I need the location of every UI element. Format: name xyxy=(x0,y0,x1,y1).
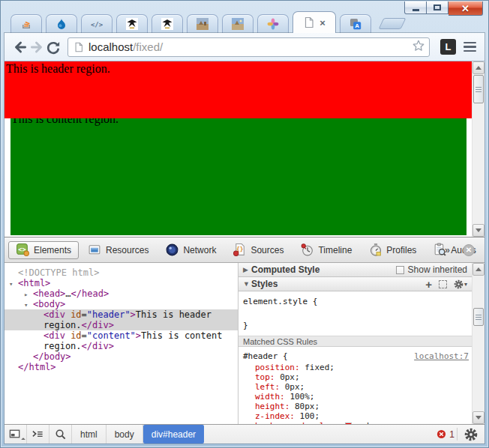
dom-node[interactable]: region.</div> xyxy=(4,341,238,351)
css-property-value: 80px; xyxy=(295,402,320,411)
dom-node[interactable]: ▸<head>…</head> xyxy=(4,288,238,299)
browser-tab[interactable] xyxy=(10,14,42,33)
scroll-up-button[interactable] xyxy=(472,61,484,74)
dom-node[interactable]: ▾<body> xyxy=(4,299,238,309)
browser-tab[interactable]: A xyxy=(340,14,371,33)
css-property[interactable]: width: 100%; xyxy=(243,392,469,402)
browser-tab[interactable] xyxy=(257,14,289,33)
overflow-chevron-button[interactable]: » xyxy=(445,244,450,255)
page-scrollbar[interactable] xyxy=(472,61,484,237)
error-count: 1 xyxy=(449,429,454,440)
bookmark-star-button[interactable] xyxy=(412,39,425,55)
devtools-tab-label: Sources xyxy=(250,245,284,255)
close-button[interactable]: ✕ xyxy=(448,1,483,16)
address-bar[interactable]: localhost/fixed/ xyxy=(68,37,430,57)
styles-header[interactable]: ▼ Styles + ▾ xyxy=(238,277,472,291)
network-icon xyxy=(165,243,179,257)
navigation-toolbar: localhost/fixed/ L xyxy=(4,33,484,61)
rule-selector[interactable]: #header { xyxy=(243,351,414,363)
devtools-tab-timeline[interactable]: Timeline xyxy=(292,241,359,259)
reload-button[interactable] xyxy=(45,39,62,55)
maximize-button[interactable] xyxy=(427,1,448,14)
css-property[interactable]: left: 0px; xyxy=(243,382,469,392)
breadcrumb: htmlbodydiv#header xyxy=(72,425,204,444)
collapsed-arrow-icon[interactable]: ▸ xyxy=(24,289,28,300)
breadcrumb-body[interactable]: body xyxy=(106,425,143,444)
dock-menu-corner-icon xyxy=(21,438,26,442)
devtools-panel: <>ElementsResourcesNetwork{}SourcesTimel… xyxy=(4,237,484,424)
computed-style-label: Computed Style xyxy=(251,264,320,275)
new-tab-button[interactable] xyxy=(379,18,406,29)
expanded-arrow-icon[interactable]: ▾ xyxy=(9,279,13,289)
css-property-name: width: xyxy=(255,392,285,402)
elements-icon: <> xyxy=(16,243,30,257)
devtools-tab-resources[interactable]: Resources xyxy=(80,241,156,259)
styles-scroll-down-button[interactable] xyxy=(472,411,484,424)
browser-tab[interactable] xyxy=(152,14,183,33)
styles-settings-button[interactable]: ▾ xyxy=(454,279,467,289)
forward-button[interactable] xyxy=(28,39,45,55)
dom-node[interactable]: <!DOCTYPE html> xyxy=(4,267,238,278)
element-style-section[interactable]: element.style { } xyxy=(238,291,472,336)
translate-icon: A xyxy=(350,18,362,30)
eagle-icon xyxy=(161,18,173,30)
browser-tab[interactable] xyxy=(116,14,148,33)
element-state-button[interactable] xyxy=(439,280,447,288)
gear-icon xyxy=(454,279,464,289)
gear-icon xyxy=(464,428,478,441)
devtools-tab-profiles[interactable]: Profiles xyxy=(361,241,424,259)
new-style-rule-button[interactable]: + xyxy=(425,279,432,290)
expanded-arrow-icon[interactable]: ▾ xyxy=(24,300,28,310)
css-property[interactable]: z-index: 100; xyxy=(243,411,469,421)
browser-tab[interactable] xyxy=(46,14,77,33)
header-region: This is header region. xyxy=(4,61,472,118)
inspect-search-button[interactable] xyxy=(50,425,72,444)
code-icon: </> xyxy=(91,18,103,30)
scrollbar-thumb[interactable] xyxy=(473,75,484,103)
breadcrumb-div-header[interactable]: div#header xyxy=(143,425,204,444)
browser-tab-active[interactable]: × xyxy=(292,11,336,33)
rule-source-link[interactable]: localhost:7 xyxy=(414,351,469,363)
browser-tab[interactable] xyxy=(222,14,254,33)
devtools-tab-sources[interactable]: {}Sources xyxy=(225,241,291,259)
tab-close-button[interactable]: × xyxy=(320,18,326,28)
element-style-close: } xyxy=(243,320,467,332)
devtools-tab-audits[interactable]: Audits xyxy=(425,241,483,259)
sources-icon: {} xyxy=(232,243,247,257)
scroll-down-button[interactable] xyxy=(472,224,484,237)
browser-tab[interactable]: </> xyxy=(81,14,112,33)
css-property[interactable]: height: 80px; xyxy=(243,402,469,411)
devtools-tab-label: Elements xyxy=(34,245,71,255)
dom-node[interactable]: ▾<html> xyxy=(4,278,238,288)
drupal-icon xyxy=(56,18,68,30)
back-button[interactable] xyxy=(12,39,28,55)
devtools-close-button[interactable]: ✕ xyxy=(463,244,475,256)
browser-chrome: localhost/fixed/ L This is content regio… xyxy=(4,33,484,444)
console-toggle-button[interactable] xyxy=(27,425,50,444)
styles-scroll-up-button[interactable] xyxy=(472,263,484,276)
dom-node-selected[interactable]: <div id="header">This is header xyxy=(4,309,238,320)
show-inherited-checkbox[interactable] xyxy=(396,266,404,274)
extension-l-button[interactable]: L xyxy=(440,39,456,55)
devtools-settings-button[interactable] xyxy=(464,428,478,441)
devtools-tab-elements[interactable]: <>Elements xyxy=(8,241,79,259)
close-icon: ✕ xyxy=(461,4,470,13)
error-counter[interactable]: 1 xyxy=(436,425,454,444)
css-property-value: 100; xyxy=(300,411,320,421)
breadcrumb-html[interactable]: html xyxy=(72,425,106,444)
maximize-icon xyxy=(434,4,441,10)
css-property[interactable]: top: 0px; xyxy=(243,372,469,382)
dom-node-selected[interactable]: region.</div> xyxy=(4,320,238,330)
css-property[interactable]: position: fixed; xyxy=(243,363,469,372)
devtools-tab-network[interactable]: Network xyxy=(158,241,224,259)
styles-scrollbar-thumb[interactable] xyxy=(473,308,484,326)
dom-node[interactable]: <div id="content">This is content xyxy=(4,330,238,341)
dom-node[interactable]: </html> xyxy=(4,362,238,372)
styles-scrollbar[interactable] xyxy=(472,263,484,424)
browser-tab[interactable] xyxy=(187,14,218,33)
computed-style-header[interactable]: ▶ Computed Style Show inherited xyxy=(238,263,472,277)
dock-side-button[interactable] xyxy=(4,425,27,444)
minimize-button[interactable] xyxy=(404,1,427,14)
dom-node[interactable]: </body> xyxy=(4,351,238,362)
menu-button[interactable] xyxy=(460,39,478,55)
